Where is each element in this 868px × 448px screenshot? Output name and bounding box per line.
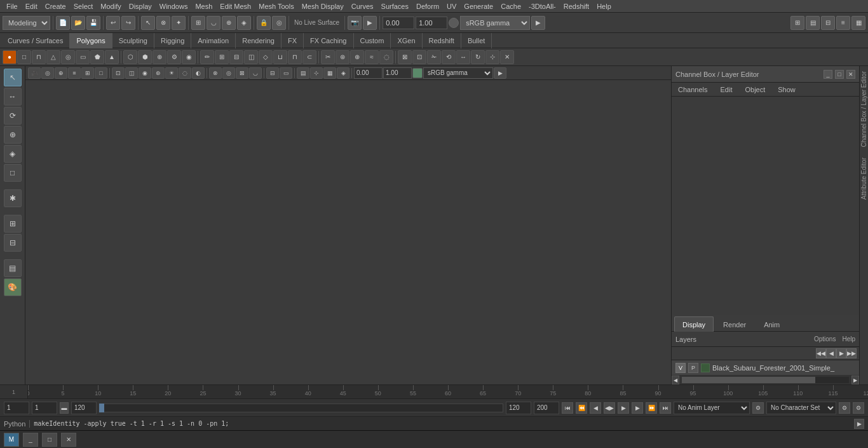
value2-field[interactable] — [416, 17, 447, 29]
vp-btn3[interactable]: ⊕ — [55, 67, 67, 79]
menu-create[interactable]: Create — [41, 0, 70, 13]
tab-animation[interactable]: Animation — [191, 33, 236, 48]
char-set-btn2[interactable]: ⚙ — [853, 402, 864, 414]
cube-btn[interactable]: □ — [17, 50, 31, 64]
range-marker[interactable]: ▬ — [60, 402, 69, 414]
task-maya-icon[interactable]: M — [4, 433, 19, 447]
vp-subd[interactable]: ▦ — [323, 67, 336, 79]
vp-light-btn[interactable]: ☀ — [165, 67, 178, 79]
layout-btn5[interactable]: ▦ — [851, 16, 865, 30]
menu-select[interactable]: Select — [70, 0, 97, 13]
target-weld-btn[interactable]: ⊕ — [350, 50, 364, 64]
delete-uv-btn[interactable]: ✕ — [500, 50, 514, 64]
menu-cache[interactable]: Cache — [497, 0, 525, 13]
snap-point-btn[interactable]: ⊕ — [222, 16, 236, 30]
render-btn[interactable]: ▶ — [363, 16, 377, 30]
vp-btn6[interactable]: □ — [95, 67, 107, 79]
layout-btn2[interactable]: ▤ — [806, 16, 820, 30]
menu-redshift[interactable]: Redshift — [560, 0, 593, 13]
render-cam-btn[interactable]: 📷 — [348, 16, 362, 30]
tab-xgen[interactable]: XGen — [391, 33, 422, 48]
sew-uv-btn[interactable]: ⟲ — [442, 50, 456, 64]
cone-btn[interactable]: △ — [46, 50, 60, 64]
vp-field1[interactable] — [354, 67, 383, 79]
tab-curves-surfaces[interactable]: Curves / Surfaces — [1, 33, 70, 48]
tab-rendering[interactable]: Rendering — [236, 33, 281, 48]
tab-render[interactable]: Render — [715, 316, 754, 332]
cylinder-btn[interactable]: ⊓ — [32, 50, 46, 64]
cb-tab-channels[interactable]: Channels — [672, 83, 714, 97]
color-picker-btn[interactable] — [449, 18, 459, 28]
vp-btn4[interactable]: ≡ — [68, 67, 81, 79]
layer-arr3[interactable]: ▶ — [836, 348, 846, 358]
menu-curves[interactable]: Curves — [348, 0, 377, 13]
layout-btn1[interactable]: ⊞ — [790, 16, 804, 30]
vp-arr[interactable]: ▶ — [494, 67, 506, 79]
char-set-select[interactable]: No Character Set — [766, 402, 836, 414]
rotate-uv-btn[interactable]: ↻ — [471, 50, 485, 64]
vp-shaded-btn[interactable]: ◉ — [139, 67, 151, 79]
tab-anim[interactable]: Anim — [756, 316, 788, 332]
tab-redshift[interactable]: Redshift — [423, 33, 461, 48]
open-scene-btn[interactable]: 📂 — [71, 16, 85, 30]
select-tool[interactable]: ↖ — [4, 69, 22, 86]
gear-btn[interactable]: ⚙ — [167, 50, 181, 64]
task-minimize-btn[interactable]: _ — [23, 433, 38, 447]
menu-3dtoall[interactable]: -3DtoAll- — [525, 0, 560, 13]
menu-windows[interactable]: Windows — [156, 0, 192, 13]
connect-btn[interactable]: ⊛ — [336, 50, 349, 64]
rotate-tool[interactable]: ⟳ — [4, 107, 22, 125]
scroll-right-btn[interactable]: ▶ — [851, 376, 859, 384]
helix-btn[interactable]: ⊕ — [153, 50, 166, 64]
next-key-btn[interactable]: ⏩ — [646, 402, 657, 414]
lasso-btn[interactable]: ⊗ — [156, 16, 170, 30]
bool-btn[interactable]: ⊂ — [302, 50, 316, 64]
play-back-btn[interactable]: ◀▶ — [604, 402, 615, 414]
prev-key-btn[interactable]: ⏪ — [576, 402, 587, 414]
mirror-btn[interactable]: ◫ — [244, 50, 258, 64]
task-close-btn[interactable]: ✕ — [61, 433, 76, 447]
frame-field-2[interactable] — [32, 402, 57, 414]
scroll-track[interactable] — [682, 377, 849, 383]
layout-btn3[interactable]: ⊟ — [821, 16, 835, 30]
select-tool-btn[interactable]: ↖ — [141, 16, 155, 30]
snap-surface-btn[interactable]: ◈ — [237, 16, 251, 30]
jump-end-btn[interactable]: ⏭ — [660, 402, 671, 414]
cb-tab-edit[interactable]: Edit — [714, 83, 738, 97]
snap-points-tool[interactable]: ⊞ — [4, 215, 22, 233]
tab-rigging[interactable]: Rigging — [154, 33, 191, 48]
plane-btn[interactable]: ▭ — [76, 50, 90, 64]
lock-btn[interactable]: 🔒 — [257, 16, 271, 30]
layers-scrollbar[interactable]: ◀ ▶ — [672, 376, 859, 384]
layout-btn4[interactable]: ≡ — [836, 16, 850, 30]
layer-type-btn[interactable]: P — [688, 363, 698, 373]
vp-color[interactable] — [412, 68, 423, 78]
layer-arr2[interactable]: ◀ — [826, 348, 836, 358]
frame-field-1[interactable] — [4, 402, 29, 414]
menu-mesh-display[interactable]: Mesh Display — [298, 0, 348, 13]
task-restore-btn[interactable]: □ — [42, 433, 57, 447]
menu-display[interactable]: Display — [125, 0, 156, 13]
python-run-btn[interactable]: ▶ — [854, 419, 864, 429]
tab-polygons[interactable]: Polygons — [70, 33, 112, 48]
bevel-btn[interactable]: ◇ — [259, 50, 273, 64]
menu-edit-mesh[interactable]: Edit Mesh — [216, 0, 255, 13]
redo-btn[interactable]: ↪ — [121, 16, 135, 30]
menu-mesh[interactable]: Mesh — [191, 0, 216, 13]
prism-btn[interactable]: ▲ — [105, 50, 119, 64]
tab-bullet[interactable]: Bullet — [461, 33, 492, 48]
layer-visibility-btn[interactable]: V — [675, 363, 686, 373]
vp-xray-btn[interactable]: ◎ — [222, 67, 235, 79]
vp-backface-btn[interactable]: ⊠ — [236, 67, 248, 79]
menu-modify[interactable]: Modify — [97, 0, 125, 13]
save-scene-btn[interactable]: 💾 — [86, 16, 100, 30]
vp-obj-dsp[interactable]: ⊹ — [310, 67, 323, 79]
play-fwd-btn[interactable]: ▶ — [618, 402, 629, 414]
vp-grid-btn[interactable]: ⊡ — [112, 67, 125, 79]
cb-tab-object[interactable]: Object — [738, 83, 771, 97]
vp-smooth-btn[interactable]: ◡ — [249, 67, 262, 79]
tab-custom[interactable]: Custom — [354, 33, 391, 48]
current-frame-field[interactable] — [506, 402, 531, 414]
menu-mesh-tools[interactable]: Mesh Tools — [255, 0, 297, 13]
layout-uv-btn[interactable]: ⊡ — [412, 50, 426, 64]
